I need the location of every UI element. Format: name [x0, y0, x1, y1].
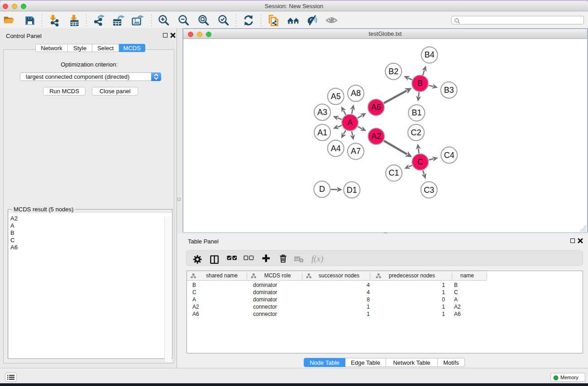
svg-text:B2: B2 [388, 67, 398, 76]
svg-text:B4: B4 [425, 50, 435, 59]
svg-text:C: C [417, 157, 423, 167]
svg-text:A5: A5 [331, 92, 341, 101]
svg-text:C4: C4 [444, 151, 454, 160]
svg-text:A2: A2 [371, 132, 381, 141]
svg-text:A6: A6 [371, 103, 381, 112]
svg-text:A: A [347, 118, 353, 127]
svg-text:B1: B1 [411, 108, 421, 117]
svg-text:B3: B3 [444, 86, 454, 95]
svg-text:A1: A1 [317, 128, 327, 137]
svg-text:A3: A3 [317, 108, 327, 117]
svg-text:A4: A4 [331, 144, 341, 153]
svg-text:B: B [417, 79, 423, 88]
svg-text:C3: C3 [424, 186, 434, 195]
svg-text:D: D [319, 185, 325, 194]
svg-text:D1: D1 [347, 186, 357, 195]
svg-text:A8: A8 [351, 89, 361, 98]
svg-text:A7: A7 [351, 147, 361, 156]
svg-text:C1: C1 [389, 168, 399, 177]
svg-text:C2: C2 [411, 128, 421, 137]
